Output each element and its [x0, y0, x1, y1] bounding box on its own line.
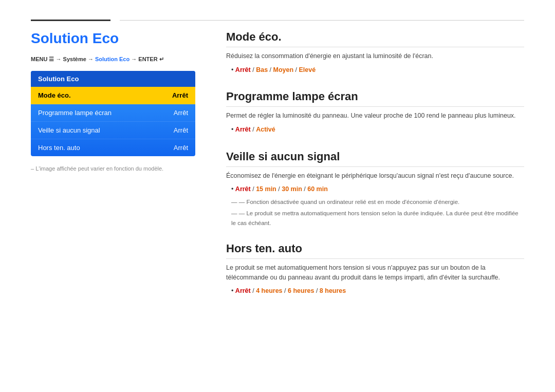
option-span: / [251, 287, 256, 294]
menu-item-value-3: Arrêt [174, 144, 188, 152]
option-span: Arrêt [235, 287, 251, 294]
breadcrumb: MENU ☰ → Système → Solution Eco → ENTER … [31, 56, 195, 63]
section-desc-veille-signal: Économisez de l'énergie en éteignant le … [226, 171, 524, 181]
option-span: / [314, 287, 319, 294]
menu-item-label-3: Hors ten. auto [38, 144, 80, 152]
section-programme-lampe: Programme lampe écranPermet de régler la… [226, 90, 524, 135]
section-title-hors-ten-auto: Hors ten. auto [226, 242, 524, 259]
section-options-hors-ten-auto: Arrêt / 4 heures / 6 heures / 8 heures [231, 285, 524, 297]
section-title-programme-lampe: Programme lampe écran [226, 90, 524, 107]
section-note-veille-signal-0: — Fonction désactivée quand un ordinateu… [231, 197, 524, 207]
breadcrumb-arrow1: → [56, 56, 63, 62]
breadcrumb-enter: ENTER ↵ [138, 56, 163, 62]
section-veille-signal: Veille si aucun signalÉconomisez de l'én… [226, 150, 524, 228]
breadcrumb-system: Système [63, 56, 86, 62]
menu-item-label-0: Mode éco. [38, 91, 71, 99]
option-span: 60 min [307, 185, 328, 193]
option-span: Activé [256, 126, 275, 133]
option-span: Arrêt [235, 185, 251, 193]
section-note-veille-signal-1: — Le produit se mettra automatiquement h… [231, 209, 524, 228]
option-span: / [302, 185, 307, 193]
menu-item-1[interactable]: Programme lampe écranArrêt [31, 104, 195, 122]
option-span: Elevé [299, 66, 316, 73]
menu-item-2[interactable]: Veille si aucun signalArrêt [31, 122, 195, 139]
section-desc-hors-ten-auto: Le produit se met automatiquement hors t… [226, 263, 524, 283]
left-panel: Solution Eco MENU ☰ → Système → Solution… [31, 30, 195, 311]
main-content: Solution Eco MENU ☰ → Système → Solution… [0, 30, 555, 311]
image-note: – L'image affichée peut varier en foncti… [31, 165, 195, 172]
section-options-veille-signal: Arrêt / 15 min / 30 min / 60 min [231, 183, 524, 195]
menu-item-3[interactable]: Hors ten. autoArrêt [31, 139, 195, 156]
menu-item-label-1: Programme lampe écran [38, 109, 112, 117]
menu-item-value-0: Arrêt [172, 91, 188, 99]
menu-items-container: Mode éco.ArrêtProgramme lampe écranArrêt… [31, 87, 195, 156]
menu-item-label-2: Veille si aucun signal [38, 126, 100, 134]
right-panel: Mode éco.Réduisez la consommation d'éner… [226, 30, 524, 311]
top-bar-line-right [120, 20, 524, 21]
section-desc-mode-eco: Réduisez la consommation d'énergie en aj… [226, 51, 524, 61]
sections-container: Mode éco.Réduisez la consommation d'éner… [226, 30, 524, 297]
top-bar [0, 20, 555, 21]
section-hors-ten-auto: Hors ten. autoLe produit se met automati… [226, 242, 524, 297]
option-span: / [251, 126, 256, 133]
section-desc-programme-lampe: Permet de régler la luminosité du pannea… [226, 111, 524, 121]
section-title-mode-eco: Mode éco. [226, 30, 524, 47]
section-options-programme-lampe: Arrêt / Activé [231, 124, 524, 136]
breadcrumb-menu: MENU ☰ [31, 56, 54, 62]
option-span: 30 min [282, 185, 302, 193]
menu-item-value-1: Arrêt [174, 109, 188, 117]
option-span: Bas [256, 66, 268, 73]
menu-item-value-2: Arrêt [174, 126, 188, 134]
option-span: Moyen [273, 66, 294, 73]
section-title-veille-signal: Veille si aucun signal [226, 150, 524, 167]
page-title: Solution Eco [31, 30, 195, 47]
option-span: Arrêt [235, 66, 251, 73]
menu-box: Solution Eco Mode éco.ArrêtProgramme lam… [31, 71, 195, 156]
option-span: / [268, 66, 273, 73]
option-span: 4 heures [256, 287, 282, 294]
option-span: / [251, 185, 256, 193]
option-span: 6 heures [288, 287, 314, 294]
option-span: / [276, 185, 282, 193]
option-span: 15 min [256, 185, 276, 193]
option-span: / [283, 287, 288, 294]
option-span: 8 heures [320, 287, 346, 294]
menu-box-title: Solution Eco [31, 71, 195, 87]
section-mode-eco: Mode éco.Réduisez la consommation d'éner… [226, 30, 524, 76]
option-span: / [251, 66, 256, 73]
breadcrumb-solution: Solution Eco [95, 56, 130, 62]
option-span: / [293, 66, 299, 73]
breadcrumb-arrow3: → [131, 56, 138, 62]
section-options-mode-eco: Arrêt / Bas / Moyen / Elevé [231, 64, 524, 76]
menu-item-0[interactable]: Mode éco.Arrêt [31, 87, 195, 104]
top-bar-line-left [31, 20, 110, 21]
option-span: Arrêt [235, 126, 251, 133]
breadcrumb-arrow2: → [88, 56, 95, 62]
